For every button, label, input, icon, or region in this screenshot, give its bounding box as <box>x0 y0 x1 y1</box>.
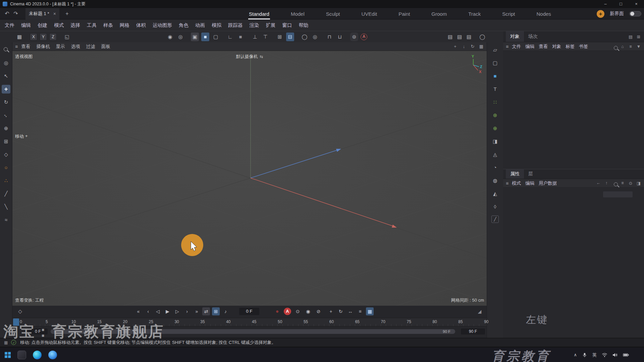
snap-grid-icon[interactable]: ⊟ <box>286 33 294 41</box>
vp-menu-filter[interactable]: 过滤 <box>86 44 95 50</box>
loop-toggle[interactable]: ⇄ <box>202 307 210 315</box>
layout-tab-nodes[interactable]: Nodes <box>536 8 551 19</box>
generator-icon[interactable]: ⊕ <box>491 124 499 133</box>
menu-select[interactable]: 选择 <box>70 22 80 28</box>
am-hamburger-icon[interactable]: ≡ <box>506 181 508 186</box>
new-layout-button[interactable]: + <box>597 10 604 18</box>
battery-icon[interactable] <box>623 353 629 357</box>
end-frame-field[interactable]: 90 F <box>461 328 485 335</box>
om-tab-objects[interactable]: 对象 <box>506 31 524 42</box>
field-tool-icon[interactable]: ◇ <box>2 150 10 159</box>
menu-file[interactable]: 文件 <box>5 22 14 28</box>
material-icon[interactable]: ◭ <box>491 189 499 198</box>
document-tab[interactable]: 未标题 1 * × <box>25 8 59 19</box>
om-menu-edit[interactable]: 编辑 <box>525 44 534 50</box>
timeline-resize-icon[interactable]: ◢ <box>476 308 483 315</box>
autokey-button[interactable]: A <box>284 308 291 315</box>
menu-tools[interactable]: 工具 <box>87 22 97 28</box>
taskbar-app-2[interactable] <box>33 351 42 359</box>
axis-center-icon[interactable]: ⊤ <box>261 33 269 41</box>
menu-create[interactable]: 创建 <box>38 22 47 28</box>
camera-swap-icon[interactable]: ⇆ <box>260 54 263 59</box>
object-list[interactable] <box>503 51 644 169</box>
om-hamburger-icon[interactable]: ≡ <box>506 44 508 49</box>
om-tab-takes[interactable]: 场次 <box>524 31 542 42</box>
prev-key-button[interactable]: ‹ <box>144 307 152 315</box>
snap-mode-icon[interactable]: ◎ <box>311 33 319 41</box>
am-search-icon[interactable] <box>612 181 617 186</box>
menu-help[interactable]: 帮助 <box>299 22 309 28</box>
tray-chevron-icon[interactable]: ∧ <box>574 352 577 357</box>
volume-tool-icon[interactable]: ○ <box>2 163 10 172</box>
grid-quantize-icon[interactable]: ⊞ <box>276 33 284 41</box>
spline-pen-icon[interactable]: ▢ <box>212 33 220 41</box>
render-region-icon[interactable]: ▤ <box>455 33 464 41</box>
goto-end-button[interactable]: » <box>193 307 201 315</box>
current-frame-field[interactable]: 0 F <box>239 308 259 315</box>
maximize-button[interactable]: □ <box>613 0 629 8</box>
am-popout-icon[interactable]: ◨ <box>636 181 641 186</box>
redo-icon[interactable]: ↷ <box>11 10 20 17</box>
viewport-hamburger-icon[interactable]: ≡ <box>15 44 18 49</box>
autokey-badge-icon[interactable]: A <box>361 34 367 40</box>
camera-icon[interactable]: ◔ <box>491 163 499 172</box>
am-lock-icon[interactable]: ⊙ <box>628 181 633 186</box>
layout-tab-script[interactable]: Script <box>501 8 516 19</box>
layout-tab-uvedit[interactable]: UVEdit <box>361 8 378 19</box>
menu-window[interactable]: 窗口 <box>282 22 292 28</box>
view-label[interactable]: 透视视图 <box>15 54 33 60</box>
menu-edit[interactable]: 编辑 <box>21 22 31 28</box>
goto-start-button[interactable]: « <box>135 307 142 315</box>
taskbar-app-3[interactable] <box>48 351 57 359</box>
axis-mode-icon[interactable]: ⊥ <box>251 33 259 41</box>
vp-menu-view[interactable]: 查看 <box>21 44 30 50</box>
workplane-snap-icon[interactable]: ⊔ <box>336 33 344 41</box>
keyframe-selection-icon[interactable]: ⊙ <box>294 307 302 315</box>
measure-icon[interactable]: ◬ <box>491 150 499 159</box>
snap-enable-icon[interactable]: ◯ <box>301 33 309 41</box>
render-settings-icon[interactable]: ▣ <box>191 33 199 41</box>
pen-tool-icon[interactable]: ╱ <box>2 189 10 198</box>
om-layout-icon[interactable]: ⊞ <box>636 34 641 39</box>
scale-tool-icon[interactable]: ↔ <box>0 109 12 122</box>
lock-badge-icon[interactable]: ⊜ <box>350 33 358 41</box>
live-selection-icon[interactable]: ◎ <box>2 59 10 67</box>
menu-extensions[interactable]: 扩展 <box>266 22 276 28</box>
prev-frame-button[interactable]: ◁ <box>154 307 162 315</box>
om-menu-view[interactable]: 查看 <box>539 44 548 50</box>
axis-y-lock-button[interactable]: Y <box>40 33 47 41</box>
menu-tracker[interactable]: 跟踪器 <box>228 22 243 28</box>
record-rotation-toggle[interactable]: ↻ <box>337 307 344 315</box>
frame-ruler[interactable]: 051015202530354045505560657075808590 <box>12 318 487 326</box>
vp-sync-icon[interactable]: ↓ <box>461 44 467 49</box>
magnet-icon[interactable]: ⊓ <box>325 33 333 41</box>
workplane-icon[interactable]: ∟ <box>226 33 234 41</box>
layout-tab-groom[interactable]: Groom <box>431 8 447 19</box>
add-document-tab-icon[interactable]: + <box>63 11 71 17</box>
mic-icon[interactable] <box>582 352 587 358</box>
am-menu-userdata[interactable]: 用户数据 <box>539 180 557 186</box>
render-queue-icon[interactable]: ▤ <box>446 33 454 41</box>
knife-tool-icon[interactable]: ╲ <box>2 202 10 211</box>
menu-render[interactable]: 渲染 <box>250 22 259 28</box>
speaker-icon[interactable] <box>612 353 618 357</box>
frame-snap-toggle[interactable]: ⊞ <box>212 307 220 315</box>
taskbar-app-1[interactable] <box>17 351 26 359</box>
om-menu-file[interactable]: 文件 <box>512 44 521 50</box>
layout-tab-standard[interactable]: Standard <box>248 8 270 19</box>
am-back-icon[interactable]: ← <box>596 181 601 186</box>
render-to-viewer-icon[interactable]: ◎ <box>176 33 184 41</box>
render-view-icon[interactable]: ◉ <box>166 33 174 41</box>
interface-toggle[interactable] <box>629 11 641 16</box>
menu-volume[interactable]: 体积 <box>136 22 146 28</box>
om-menu-bookmarks[interactable]: 书签 <box>579 44 588 50</box>
record-parameter-toggle[interactable]: ≡ <box>356 307 364 315</box>
menu-simulate[interactable]: 模拟 <box>212 22 221 28</box>
subdivision-icon[interactable]: ⊛ <box>491 111 499 120</box>
next-key-button[interactable]: › <box>183 307 191 315</box>
layout-tab-paint[interactable]: Paint <box>398 8 411 19</box>
selection-filter-icon[interactable]: ↖ <box>2 72 10 80</box>
vp-layout-icon[interactable]: ▦ <box>479 44 484 49</box>
array-generator-icon[interactable]: ∷ <box>491 98 499 107</box>
search-tool-icon[interactable] <box>2 46 10 54</box>
